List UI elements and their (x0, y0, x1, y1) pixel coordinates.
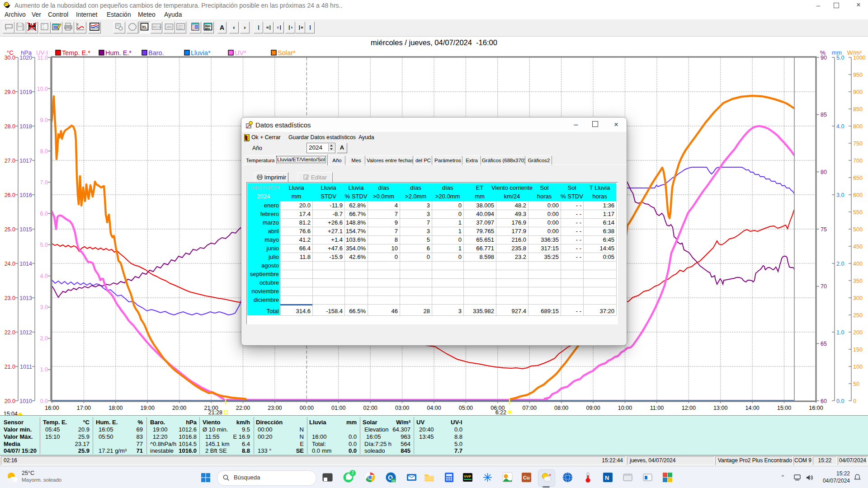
svg-text:27.0: 27.0 (5, 158, 15, 164)
svg-text:Hum. E.*: Hum. E.* (105, 49, 132, 56)
svg-text:750: 750 (853, 141, 863, 147)
svg-text:04:00: 04:00 (427, 405, 441, 411)
svg-text:5.0: 5.0 (836, 55, 844, 61)
svg-text:350: 350 (853, 278, 863, 284)
svg-text:09:00: 09:00 (586, 405, 600, 411)
svg-text:20:00: 20:00 (172, 405, 186, 411)
svg-text:0.0: 0.0 (40, 398, 48, 404)
svg-text:650: 650 (853, 175, 863, 181)
svg-text:1015: 1015 (19, 226, 32, 233)
svg-text:1.0: 1.0 (40, 366, 48, 373)
svg-text:1011: 1011 (20, 364, 32, 370)
svg-text:9.0: 9.0 (40, 117, 48, 123)
svg-text:10:00: 10:00 (618, 405, 632, 411)
svg-text:70: 70 (821, 283, 827, 290)
svg-text:150: 150 (853, 347, 863, 353)
svg-text:1019: 1019 (19, 89, 32, 95)
svg-text:1018: 1018 (19, 123, 32, 130)
svg-text:08:00: 08:00 (554, 405, 568, 411)
svg-text:03:00: 03:00 (395, 405, 409, 411)
svg-text:21.0: 21.0 (5, 364, 15, 370)
svg-text:800: 800 (853, 123, 863, 130)
svg-text:100: 100 (853, 364, 863, 370)
svg-text:13:00: 13:00 (713, 405, 727, 411)
svg-text:26.0: 26.0 (5, 192, 15, 198)
svg-text:65: 65 (821, 341, 827, 347)
svg-text:6:22: 6:22 (495, 409, 506, 416)
svg-text:1000: 1000 (853, 55, 866, 61)
svg-text:6.0: 6.0 (40, 211, 48, 217)
svg-text:01:00: 01:00 (331, 405, 345, 411)
svg-text:0.0: 0.0 (836, 398, 844, 404)
svg-text:11.0: 11.0 (38, 55, 48, 61)
svg-text:21:28: 21:28 (208, 409, 222, 416)
svg-text:85: 85 (821, 112, 827, 118)
svg-text:miércoles / jueves, 04/07/2024: miércoles / jueves, 04/07/2024 -16:00 (371, 38, 497, 47)
svg-text:☀: ☀ (548, 473, 552, 477)
svg-text:29.0: 29.0 (5, 89, 15, 95)
svg-text:200: 200 (853, 329, 863, 336)
svg-text:17:00: 17:00 (77, 405, 91, 411)
svg-text:20.0: 20.0 (5, 398, 15, 404)
svg-text:JAN: JAN (166, 25, 172, 28)
svg-text:16:00: 16:00 (809, 405, 823, 411)
svg-text:MO-SU: MO-SU (153, 25, 161, 28)
svg-text:Baro.: Baro. (148, 49, 164, 56)
svg-text:1017: 1017 (19, 158, 32, 164)
svg-text:31.: 31. (142, 25, 147, 29)
svg-text:T: T (42, 24, 44, 27)
svg-text:15:00: 15:00 (777, 405, 791, 411)
svg-text:23.0: 23.0 (5, 295, 15, 301)
svg-text:2.0: 2.0 (40, 335, 48, 342)
svg-text:5.0: 5.0 (40, 242, 48, 248)
svg-text:Cu: Cu (523, 475, 530, 480)
svg-text:05:00: 05:00 (459, 405, 473, 411)
svg-text:14:00: 14:00 (745, 405, 760, 411)
svg-text:16:00: 16:00 (45, 405, 59, 411)
svg-text:N: N (605, 474, 609, 481)
svg-text:30.0: 30.0 (5, 55, 15, 61)
svg-text:1014: 1014 (19, 261, 32, 267)
svg-text:4.0: 4.0 (40, 273, 48, 279)
svg-text:31: 31 (117, 24, 119, 27)
svg-text:50: 50 (853, 381, 859, 387)
svg-text:550: 550 (853, 209, 863, 216)
svg-text:7.0: 7.0 (40, 179, 48, 186)
svg-text:18:00: 18:00 (108, 405, 123, 411)
svg-text:80: 80 (821, 169, 827, 175)
svg-text:19:00: 19:00 (141, 405, 155, 411)
svg-text:11:00: 11:00 (650, 405, 664, 411)
svg-text:75: 75 (821, 226, 827, 233)
svg-text:90: 90 (821, 55, 827, 61)
svg-text:12:00: 12:00 (682, 405, 696, 411)
svg-text:Solar*: Solar* (278, 49, 296, 56)
svg-text:25.0: 25.0 (5, 226, 15, 233)
svg-text:700: 700 (853, 158, 863, 164)
svg-text:250: 250 (853, 312, 863, 319)
svg-text:4.0: 4.0 (836, 123, 844, 130)
svg-text:Lluvia*: Lluvia* (191, 49, 211, 56)
svg-text:3.0: 3.0 (836, 192, 844, 198)
svg-text:500: 500 (853, 226, 863, 233)
svg-text:DEC: DEC (178, 27, 183, 30)
svg-text:450: 450 (853, 244, 863, 250)
svg-text:60: 60 (821, 398, 827, 404)
svg-text:950: 950 (853, 72, 863, 78)
svg-text:02:00: 02:00 (363, 405, 377, 411)
svg-text:22:00: 22:00 (236, 405, 250, 411)
svg-text:07:00: 07:00 (523, 405, 537, 411)
svg-text:00:00: 00:00 (300, 405, 314, 411)
svg-text:°c: °c (76, 23, 79, 26)
svg-text:900: 900 (853, 89, 863, 95)
svg-text:3.0: 3.0 (40, 304, 48, 310)
svg-text:1010: 1010 (19, 398, 32, 404)
svg-text:Temp. E.*: Temp. E.* (62, 49, 90, 56)
svg-text:10.0: 10.0 (37, 86, 48, 92)
svg-text:0: 0 (853, 398, 856, 404)
svg-text:VVP: VVP (464, 474, 472, 479)
svg-text:850: 850 (853, 106, 863, 113)
svg-text:1013: 1013 (19, 295, 32, 301)
svg-text:UV*: UV* (235, 49, 246, 56)
svg-text:23:00: 23:00 (268, 405, 282, 411)
svg-text:NEW: NEW (392, 479, 396, 482)
